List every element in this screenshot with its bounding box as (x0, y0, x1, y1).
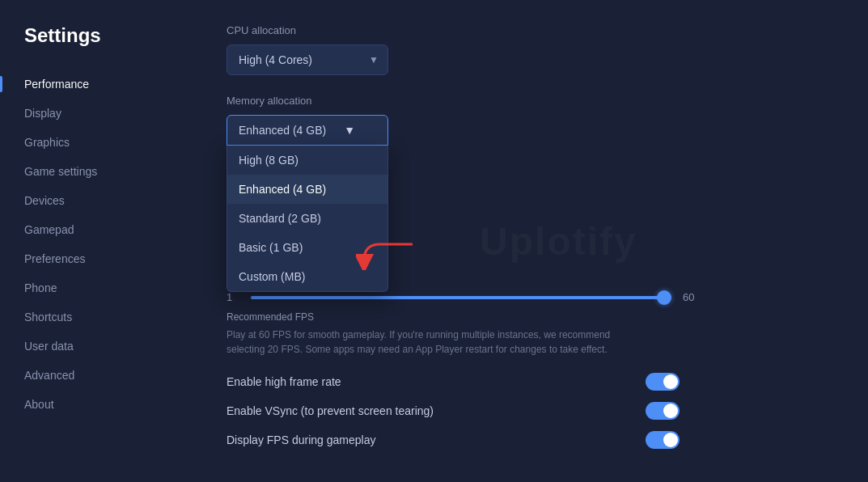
sidebar-item-advanced[interactable]: Advanced (0, 361, 186, 390)
memory-chevron-down-icon: ▼ (344, 124, 355, 137)
memory-option-high[interactable]: High (8 GB) (227, 146, 387, 175)
memory-current-value: Enhanced (4 GB) (239, 124, 326, 137)
fps-recommended-label: Recommended FPS (227, 311, 828, 323)
fps-min-label: 1 (227, 291, 239, 303)
memory-option-standard[interactable]: Standard (2 GB) (227, 204, 387, 233)
sidebar-item-shortcuts[interactable]: Shortcuts (0, 302, 186, 332)
fps-description: Play at 60 FPS for smooth gameplay. If y… (227, 328, 647, 357)
sidebar-item-gamepad[interactable]: Gamepad (0, 215, 186, 244)
toggle-vsync-row: Enable VSync (to prevent screen tearing) (227, 402, 680, 420)
fps-max-label: 60 (683, 291, 696, 303)
sidebar-item-preferences[interactable]: Preferences (0, 244, 186, 273)
cpu-select[interactable]: High (4 Cores) (227, 44, 388, 75)
toggle-high-frame-rate-label: Enable high frame rate (227, 375, 341, 388)
cpu-allocation-label: CPU allocation (227, 24, 828, 36)
toggle-high-frame-rate-row: Enable high frame rate (227, 373, 680, 391)
sidebar-item-devices[interactable]: Devices (0, 186, 186, 215)
sidebar-item-phone[interactable]: Phone (0, 273, 186, 302)
memory-section: Memory allocation Enhanced (4 GB) ▼ High… (227, 95, 828, 146)
main-content: Uplotify CPU allocation High (4 Cores) ▼… (186, 0, 868, 482)
toggle-vsync-label: Enable VSync (to prevent screen tearing) (227, 404, 434, 417)
sidebar: Settings Performance Display Graphics Ga… (0, 0, 186, 482)
fps-section: 1 60 Recommended FPS Play at 60 FPS for … (227, 291, 828, 357)
toggle-display-fps-row: Display FPS during gameplay (227, 431, 680, 449)
toggle-vsync[interactable] (646, 402, 680, 420)
memory-option-enhanced[interactable]: Enhanced (4 GB) (227, 175, 387, 204)
memory-select-button[interactable]: Enhanced (4 GB) ▼ (227, 115, 388, 146)
sidebar-item-game-settings[interactable]: Game settings (0, 157, 186, 186)
sidebar-item-graphics[interactable]: Graphics (0, 128, 186, 157)
watermark: Uplotify (480, 219, 637, 264)
sidebar-item-about[interactable]: About (0, 390, 186, 419)
toggle-display-fps-label: Display FPS during gameplay (227, 433, 375, 446)
memory-dropdown-wrapper: Enhanced (4 GB) ▼ High (8 GB) Enhanced (… (227, 115, 388, 146)
fps-slider-wrapper: 1 60 (227, 291, 828, 303)
cpu-select-wrapper: High (4 Cores) ▼ (227, 44, 388, 75)
toggle-display-fps[interactable] (646, 431, 680, 449)
fps-slider[interactable] (251, 296, 671, 299)
app-title: Settings (0, 24, 186, 70)
toggle-high-frame-rate[interactable] (646, 373, 680, 391)
sidebar-item-display[interactable]: Display (0, 99, 186, 128)
sidebar-item-performance[interactable]: Performance (0, 70, 186, 99)
sidebar-item-user-data[interactable]: User data (0, 332, 186, 361)
arrow-indicator (356, 238, 421, 273)
memory-allocation-label: Memory allocation (227, 95, 828, 107)
